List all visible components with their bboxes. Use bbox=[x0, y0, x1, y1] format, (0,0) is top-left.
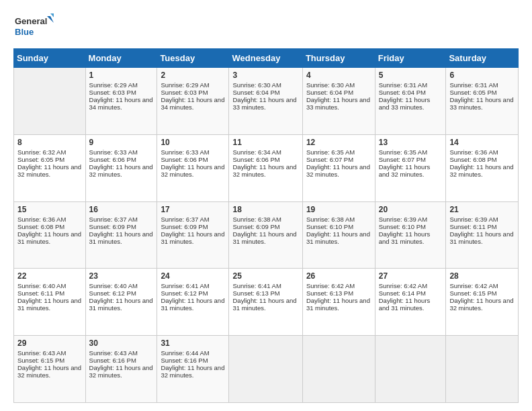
sunrise-text: Sunrise: 6:35 AM bbox=[379, 148, 427, 156]
calendar-cell: 17Sunrise: 6:37 AMSunset: 6:09 PMDayligh… bbox=[157, 201, 229, 269]
daylight-label: Daylight: 11 hours and 32 minutes. bbox=[89, 364, 153, 379]
day-number: 27 bbox=[379, 271, 443, 281]
day-number: 25 bbox=[232, 271, 298, 281]
sunset-text: Sunset: 6:12 PM bbox=[89, 289, 136, 297]
daylight-label: Daylight: 11 hours and 32 minutes. bbox=[161, 364, 224, 379]
sunset-text: Sunset: 6:16 PM bbox=[161, 357, 208, 364]
sunset-text: Sunset: 6:09 PM bbox=[232, 223, 279, 230]
calendar-cell: 28Sunrise: 6:42 AMSunset: 6:15 PMDayligh… bbox=[446, 269, 519, 336]
day-number: 10 bbox=[161, 138, 225, 147]
day-number: 4 bbox=[306, 71, 371, 80]
sunrise-text: Sunrise: 6:31 AM bbox=[379, 81, 427, 89]
calendar-cell bbox=[302, 336, 375, 403]
sunrise-text: Sunrise: 6:34 AM bbox=[232, 148, 281, 156]
daylight-label: Daylight: 11 hours and 31 minutes. bbox=[232, 230, 296, 245]
daylight-label: Daylight: 11 hours and 31 minutes. bbox=[232, 297, 296, 312]
day-number: 29 bbox=[17, 338, 82, 348]
calendar-cell: 8Sunrise: 6:32 AMSunset: 6:05 PMDaylight… bbox=[14, 134, 86, 201]
daylight-label: Daylight: 11 hours and 32 minutes. bbox=[449, 297, 513, 312]
calendar-cell bbox=[14, 68, 86, 135]
day-number: 26 bbox=[306, 271, 371, 281]
calendar-cell: 2Sunrise: 6:29 AMSunset: 6:03 PMDaylight… bbox=[157, 68, 229, 135]
sunrise-text: Sunrise: 6:42 AM bbox=[379, 282, 427, 289]
calendar-body: 1Sunrise: 6:29 AMSunset: 6:03 PMDaylight… bbox=[14, 68, 519, 403]
calendar-week-row: 15Sunrise: 6:36 AMSunset: 6:08 PMDayligh… bbox=[14, 201, 519, 269]
sunset-text: Sunset: 6:16 PM bbox=[89, 357, 136, 364]
day-header-monday: Monday bbox=[85, 49, 157, 68]
sunset-text: Sunset: 6:14 PM bbox=[379, 289, 426, 297]
daylight-label: Daylight: 11 hours and 33 minutes. bbox=[379, 96, 431, 111]
daylight-label: Daylight: 11 hours and 31 minutes. bbox=[89, 297, 153, 312]
calendar-cell: 27Sunrise: 6:42 AMSunset: 6:14 PMDayligh… bbox=[375, 269, 446, 336]
sunset-text: Sunset: 6:10 PM bbox=[379, 223, 426, 230]
calendar-cell: 10Sunrise: 6:33 AMSunset: 6:06 PMDayligh… bbox=[157, 134, 229, 201]
sunrise-text: Sunrise: 6:32 AM bbox=[17, 148, 66, 156]
calendar-table: SundayMondayTuesdayWednesdayThursdayFrid… bbox=[13, 48, 519, 403]
sunset-text: Sunset: 6:15 PM bbox=[449, 289, 496, 297]
sunset-text: Sunset: 6:08 PM bbox=[449, 156, 496, 163]
sunset-text: Sunset: 6:04 PM bbox=[232, 89, 279, 96]
logo-svg: General Blue bbox=[13, 12, 54, 42]
day-header-saturday: Saturday bbox=[446, 49, 519, 68]
day-number: 28 bbox=[449, 271, 515, 281]
sunrise-text: Sunrise: 6:30 AM bbox=[232, 81, 281, 89]
sunrise-text: Sunrise: 6:35 AM bbox=[306, 148, 355, 156]
daylight-label: Daylight: 11 hours and 33 minutes. bbox=[306, 96, 370, 111]
sunrise-text: Sunrise: 6:44 AM bbox=[161, 349, 209, 357]
daylight-label: Daylight: 11 hours and 31 minutes. bbox=[306, 297, 370, 312]
daylight-label: Daylight: 11 hours and 32 minutes. bbox=[17, 163, 81, 178]
sunset-text: Sunset: 6:04 PM bbox=[306, 89, 353, 96]
sunset-text: Sunset: 6:09 PM bbox=[89, 223, 136, 230]
daylight-label: Daylight: 11 hours and 31 minutes. bbox=[449, 230, 513, 245]
sunset-text: Sunset: 6:06 PM bbox=[161, 156, 208, 163]
daylight-label: Daylight: 11 hours and 31 minutes. bbox=[17, 297, 81, 312]
calendar-cell: 13Sunrise: 6:35 AMSunset: 6:07 PMDayligh… bbox=[375, 134, 446, 201]
day-number: 19 bbox=[306, 205, 371, 214]
calendar-cell: 25Sunrise: 6:41 AMSunset: 6:13 PMDayligh… bbox=[229, 269, 302, 336]
sunrise-text: Sunrise: 6:43 AM bbox=[17, 349, 66, 357]
daylight-label: Daylight: 11 hours and 31 minutes. bbox=[161, 230, 224, 245]
day-header-wednesday: Wednesday bbox=[229, 49, 302, 68]
sunset-text: Sunset: 6:06 PM bbox=[232, 156, 279, 163]
header: General Blue bbox=[13, 12, 519, 42]
daylight-label: Daylight: 11 hours and 31 minutes. bbox=[161, 297, 224, 312]
day-number: 12 bbox=[306, 138, 371, 147]
sunset-text: Sunset: 6:07 PM bbox=[379, 156, 426, 163]
day-number: 2 bbox=[161, 71, 225, 80]
calendar-cell bbox=[375, 336, 446, 403]
day-header-friday: Friday bbox=[375, 49, 446, 68]
calendar-cell: 26Sunrise: 6:42 AMSunset: 6:13 PMDayligh… bbox=[302, 269, 375, 336]
day-number: 3 bbox=[232, 71, 298, 80]
day-number: 14 bbox=[449, 138, 515, 147]
calendar-cell: 9Sunrise: 6:33 AMSunset: 6:06 PMDaylight… bbox=[85, 134, 157, 201]
calendar-cell bbox=[446, 336, 519, 403]
sunrise-text: Sunrise: 6:42 AM bbox=[306, 282, 355, 289]
sunset-text: Sunset: 6:06 PM bbox=[89, 156, 136, 163]
calendar-week-row: 29Sunrise: 6:43 AMSunset: 6:15 PMDayligh… bbox=[14, 336, 519, 403]
svg-text:General: General bbox=[15, 16, 47, 26]
calendar-cell: 21Sunrise: 6:39 AMSunset: 6:11 PMDayligh… bbox=[446, 201, 519, 269]
sunset-text: Sunset: 6:05 PM bbox=[17, 156, 64, 163]
daylight-label: Daylight: 11 hours and 32 minutes. bbox=[449, 163, 513, 178]
sunrise-text: Sunrise: 6:40 AM bbox=[17, 282, 66, 289]
daylight-label: Daylight: 11 hours and 32 minutes. bbox=[306, 163, 370, 178]
day-number: 13 bbox=[379, 138, 443, 147]
sunset-text: Sunset: 6:04 PM bbox=[379, 89, 426, 96]
sunrise-text: Sunrise: 6:33 AM bbox=[89, 148, 138, 156]
sunrise-text: Sunrise: 6:38 AM bbox=[306, 216, 355, 223]
sunrise-text: Sunrise: 6:41 AM bbox=[161, 282, 209, 289]
day-number: 5 bbox=[379, 71, 443, 80]
sunset-text: Sunset: 6:07 PM bbox=[306, 156, 353, 163]
sunrise-text: Sunrise: 6:36 AM bbox=[17, 216, 66, 223]
sunset-text: Sunset: 6:15 PM bbox=[17, 357, 64, 364]
daylight-label: Daylight: 11 hours and 32 minutes. bbox=[232, 163, 296, 178]
calendar-cell: 12Sunrise: 6:35 AMSunset: 6:07 PMDayligh… bbox=[302, 134, 375, 201]
sunset-text: Sunset: 6:13 PM bbox=[306, 289, 353, 297]
calendar-header-row: SundayMondayTuesdayWednesdayThursdayFrid… bbox=[14, 49, 519, 68]
calendar-cell: 14Sunrise: 6:36 AMSunset: 6:08 PMDayligh… bbox=[446, 134, 519, 201]
sunrise-text: Sunrise: 6:43 AM bbox=[89, 349, 138, 357]
day-number: 1 bbox=[89, 71, 154, 80]
sunset-text: Sunset: 6:08 PM bbox=[17, 223, 64, 230]
logo: General Blue bbox=[13, 12, 54, 42]
sunset-text: Sunset: 6:03 PM bbox=[89, 89, 136, 96]
